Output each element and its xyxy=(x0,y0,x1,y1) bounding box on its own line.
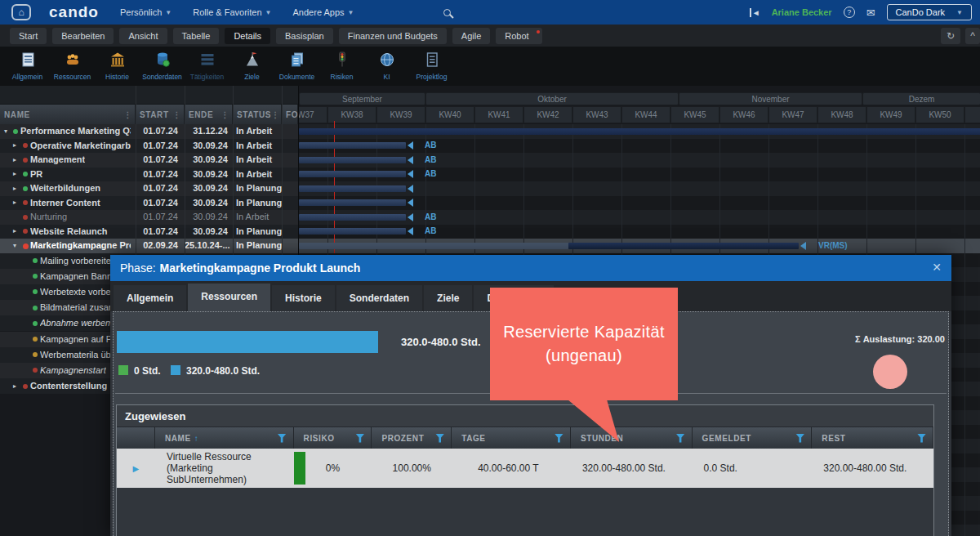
filter-icon[interactable] xyxy=(917,434,926,443)
menu-persoenlich[interactable]: Persönlich▼ xyxy=(120,7,172,17)
dialog-tab-ziele[interactable]: Ziele xyxy=(424,285,472,311)
expand-expand-icon[interactable]: ▸ xyxy=(13,141,16,149)
row-expand-icon[interactable]: ▶ xyxy=(133,464,140,473)
expand-expand-icon[interactable]: ▸ xyxy=(13,199,16,206)
assigned-cell-rest: 320.00-480.00 Std. xyxy=(812,449,933,488)
toolbar-item-ressourcen[interactable]: Ressourcen xyxy=(50,47,95,86)
filter-icon[interactable] xyxy=(555,434,564,443)
expand-collapse-icon[interactable]: ▾ xyxy=(4,127,7,135)
column-header-status[interactable]: STATUS⋮ xyxy=(233,105,282,124)
traffic-icon xyxy=(334,51,350,71)
assigned-col-stunden[interactable]: STUNDEN xyxy=(571,427,693,449)
ribbon-tab-start[interactable]: Start xyxy=(10,28,47,44)
column-header-fo[interactable]: FO xyxy=(282,105,298,124)
column-menu-icon[interactable]: ⋮ xyxy=(271,110,280,119)
task-row[interactable]: ▸Operative Marketingarbeiten01.07.2430.0… xyxy=(0,139,298,154)
gantt-bar[interactable] xyxy=(299,142,406,149)
status-dot-green xyxy=(23,172,28,176)
dialog-tab-historie[interactable]: Historie xyxy=(272,285,335,311)
gantt-bar[interactable] xyxy=(568,243,799,249)
gantt-bar[interactable] xyxy=(299,128,980,135)
current-user[interactable]: Ariane Becker xyxy=(772,7,832,17)
column-header-name[interactable]: NAME⋮ xyxy=(0,105,136,124)
gantt-bar[interactable] xyxy=(299,157,406,163)
assigned-col-tage[interactable]: TAGE xyxy=(452,427,571,449)
expand-collapse-icon[interactable]: ▾ xyxy=(13,242,16,249)
expand-expand-icon[interactable]: ▸ xyxy=(13,185,16,192)
task-row[interactable]: ▾Performance Marketing Q3 202401.07.2431… xyxy=(0,124,298,139)
task-row[interactable]: ▾Marketingkampagne Produk...02.09.2425.1… xyxy=(0,239,298,253)
gantt-month-dezem: Dezem xyxy=(862,92,980,105)
task-row[interactable]: ▸Website Relaunch01.07.2430.09.24In Plan… xyxy=(0,225,298,239)
expand-expand-icon[interactable]: ▸ xyxy=(13,156,16,163)
toolbar-item-risiken[interactable]: Risiken xyxy=(319,47,364,86)
home-icon[interactable]: ⌂ xyxy=(11,4,31,20)
column-header-start[interactable]: START⋮ xyxy=(136,105,185,124)
task-row[interactable]: ▸Management01.07.2430.09.24In Arbeit xyxy=(0,153,298,168)
task-end-date: 30.09.24 xyxy=(185,181,228,196)
assigned-table-row[interactable]: ▶Virtuelle Ressource (Marketing SubUnter… xyxy=(117,449,933,488)
logout-icon[interactable]: ◄ xyxy=(750,8,760,17)
assigned-col-prozent[interactable]: PROZENT xyxy=(372,427,452,449)
task-row[interactable]: ▸Interner Content01.07.2430.09.24In Plan… xyxy=(0,196,298,211)
toolbar-item-allgemein[interactable]: Allgemein xyxy=(5,47,50,86)
mail-icon[interactable]: ✉ xyxy=(866,7,875,19)
column-menu-icon[interactable]: ⋮ xyxy=(220,110,229,119)
ribbon-tab-bearbeiten[interactable]: Bearbeiten xyxy=(52,28,114,44)
dialog-tab-ressourcen[interactable]: Ressourcen xyxy=(188,284,270,311)
expand-expand-icon[interactable]: ▸ xyxy=(13,227,16,234)
column-menu-icon[interactable]: ⋮ xyxy=(123,110,132,119)
ribbon-tab-robot[interactable]: Robot xyxy=(496,28,541,44)
toolbar-item-dokumente[interactable]: Dokumente xyxy=(274,47,319,86)
assigned-col-name[interactable]: NAME↑ xyxy=(155,427,294,449)
theme-selector[interactable]: CanDo Dark▼ xyxy=(887,4,972,20)
gantt-bar[interactable] xyxy=(299,171,406,177)
assigned-col-rest[interactable]: REST xyxy=(812,427,933,449)
gantt-bar[interactable] xyxy=(299,199,406,206)
ribbon-tab-ansicht[interactable]: Ansicht xyxy=(119,28,167,44)
filter-icon[interactable] xyxy=(795,434,804,443)
filter-icon[interactable] xyxy=(355,434,364,443)
expand-expand-icon[interactable]: ▸ xyxy=(13,382,16,390)
ribbon-tab-agile[interactable]: Agile xyxy=(452,28,490,44)
toolbar-item-ziele[interactable]: Ziele xyxy=(229,47,274,86)
ribbon-tab-basisplan[interactable]: Basisplan xyxy=(276,28,333,44)
gantt-week-partial xyxy=(964,106,980,123)
utilization-indicator-circle[interactable] xyxy=(873,355,907,389)
dialog-tab-sonderdaten[interactable]: Sonderdaten xyxy=(336,285,422,311)
refresh-icon[interactable]: ↻ xyxy=(941,28,960,44)
gantt-bar[interactable] xyxy=(299,228,406,234)
toolbar-item-projektlog[interactable]: Projektlog xyxy=(409,47,454,86)
ribbon-tab-tabelle[interactable]: Tabelle xyxy=(173,28,220,44)
menu-rolle-favoriten[interactable]: Rolle & Favoriten▼ xyxy=(193,7,271,17)
toolbar-item-ki[interactable]: KI xyxy=(364,47,409,86)
gantt-bar[interactable] xyxy=(299,185,406,192)
gantt-bar[interactable] xyxy=(299,214,406,221)
toolbar-item-sonderdaten[interactable]: Sonderdaten xyxy=(140,47,185,86)
toolbar-item-historie[interactable]: Historie xyxy=(95,47,140,86)
search-icon[interactable] xyxy=(443,9,451,16)
ribbon-tab-finanzen-und-budgets[interactable]: Finanzen und Budgets xyxy=(339,28,447,44)
column-header-ende[interactable]: ENDE⋮ xyxy=(185,105,233,124)
column-menu-icon[interactable]: ⋮ xyxy=(172,110,181,119)
collapse-ribbon-icon[interactable]: ^ xyxy=(965,28,980,44)
filter-icon[interactable] xyxy=(676,434,685,443)
close-icon[interactable]: ✕ xyxy=(932,261,942,274)
building-icon xyxy=(109,51,126,71)
globe-icon xyxy=(379,51,395,71)
menu-andere-apps[interactable]: Andere Apps▼ xyxy=(293,7,354,17)
assigned-col-risiko[interactable]: RISIKO xyxy=(294,427,372,449)
dialog-tab-allgemein[interactable]: Allgemein xyxy=(114,285,186,311)
assigned-col-gemeldet[interactable]: GEMELDET xyxy=(693,427,813,449)
help-icon[interactable]: ? xyxy=(844,7,855,18)
toolbar-item-t-tigkeiten[interactable]: Tätigkeiten xyxy=(185,47,229,86)
filter-icon[interactable] xyxy=(278,434,287,443)
task-row[interactable]: Nurturing01.07.2430.09.24In Arbeit xyxy=(0,210,298,225)
ribbon-tab-details[interactable]: Details xyxy=(225,28,270,44)
top-bar: ⌂ cando Persönlich▼ Rolle & Favoriten▼ A… xyxy=(0,0,980,25)
task-row[interactable]: ▸PR01.07.2430.09.24In Arbeit xyxy=(0,168,298,182)
expand-expand-icon[interactable]: ▸ xyxy=(13,170,16,177)
gantt-bar[interactable] xyxy=(299,243,568,249)
task-row[interactable]: ▸Weiterbildungen01.07.2430.09.24In Planu… xyxy=(0,181,298,196)
filter-icon[interactable] xyxy=(435,434,444,443)
